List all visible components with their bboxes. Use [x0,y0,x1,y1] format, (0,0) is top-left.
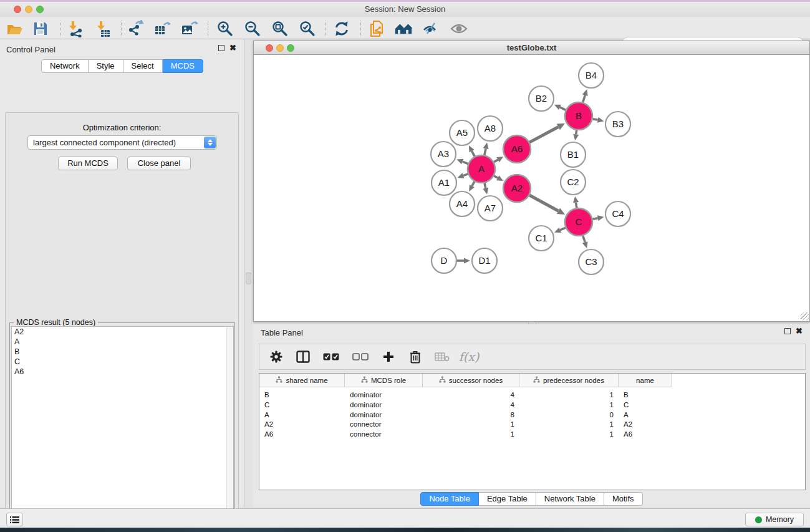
status-bar: Memory [0,508,810,528]
table-cell[interactable]: dominator [345,400,423,410]
export-image-icon[interactable] [180,19,199,38]
tab-select[interactable]: Select [123,59,163,73]
close-panel-button[interactable]: Close panel [127,157,191,170]
first-neighbors-icon[interactable] [394,19,413,38]
import-table-icon[interactable] [94,19,113,38]
table-cell[interactable]: A6 [259,429,345,439]
export-table-icon[interactable] [153,19,172,38]
close-panel-icon[interactable]: ✖ [229,45,236,51]
import-network-icon[interactable] [66,19,85,38]
tab-style[interactable]: Style [89,59,123,73]
table-cell[interactable]: 1 [423,419,519,429]
table-cell[interactable]: A [619,410,672,420]
zoom-in-icon[interactable] [216,19,234,38]
main-toolbar [0,17,810,39]
tab-motifs[interactable]: Motifs [604,492,643,506]
run-mcds-button[interactable]: Run MCDS [58,157,118,170]
table-cell[interactable]: dominator [345,410,423,420]
table-cell[interactable]: A2 [619,419,672,429]
memory-button[interactable]: Memory [745,513,804,526]
vertical-split-handle[interactable] [246,273,251,284]
open-session-icon[interactable] [5,19,24,38]
zoom-fit-icon[interactable] [271,19,289,38]
table-cell[interactable]: C [619,400,672,410]
node-label-B1: B1 [567,149,579,160]
arrowhead-icon [582,241,588,248]
edge-A6-B [529,127,558,142]
arrowhead-icon [483,142,489,149]
namespace-icon [439,376,446,384]
scrollbar-track[interactable] [226,327,233,532]
edge-A-A6 [494,160,498,162]
table-cell[interactable]: 1 [519,429,619,439]
node-label-A7: A7 [485,203,496,213]
table-cell[interactable]: 8 [423,410,519,420]
namespace-icon [361,376,368,384]
window-resize-grip[interactable] [801,312,809,321]
clone-network-icon[interactable] [368,19,387,38]
mcds-result-item[interactable]: A6 [12,367,233,377]
tab-node-table[interactable]: Node Table [420,492,479,506]
column-header-shared-name[interactable]: shared name [259,374,345,387]
float-table-panel-icon[interactable] [784,328,791,334]
node-label-D1: D1 [478,255,490,266]
edge-A-A2 [494,176,498,178]
mcds-result-item[interactable]: A [12,337,233,347]
delete-column-trash-icon[interactable] [407,349,423,364]
column-header-MCDS-role[interactable]: MCDS role [345,374,423,387]
refresh-icon[interactable] [332,19,351,38]
arrowhead-icon [597,215,604,221]
save-session-icon[interactable] [31,19,50,38]
hide-selected-eye-icon[interactable] [422,19,440,38]
network-window-titlebar[interactable]: testGlobe.txt [254,41,809,55]
table-cell[interactable]: connector [345,429,423,439]
edge-A2-C [529,195,558,211]
export-network-icon[interactable] [127,19,145,38]
column-header-predecessor-nodes[interactable]: predecessor nodes [519,374,619,387]
zoom-out-icon[interactable] [243,19,262,38]
float-panel-icon[interactable] [218,45,224,51]
table-cell[interactable]: 0 [519,410,619,420]
network-graph-canvas[interactable]: B4B2BB3A5A8A6A3B1AA1A2C2A4A7CC4C1C3DD1 [254,55,809,321]
zoom-selected-icon[interactable] [298,19,317,38]
table-cell[interactable]: B [619,390,672,400]
unselect-all-icon[interactable] [351,349,370,364]
table-cell[interactable]: A [259,410,345,420]
close-table-panel-icon[interactable]: ✖ [796,328,803,334]
table-cell[interactable]: 1 [519,390,619,400]
table-cell[interactable]: 1 [423,429,519,439]
mcds-result-item[interactable]: A2 [12,327,233,337]
table-cell[interactable]: 4 [423,400,519,410]
table-cell[interactable]: 4 [423,390,519,400]
table-cell[interactable]: B [259,390,345,400]
settings-gear-icon[interactable] [268,349,284,364]
column-header-name[interactable]: name [619,374,672,387]
table-cell[interactable]: C [259,400,345,410]
node-table[interactable]: shared nameMCDS rolesuccessor nodesprede… [259,373,806,490]
table-cell[interactable]: A2 [259,419,345,429]
add-column-icon[interactable] [380,349,397,364]
column-view-icon[interactable] [295,349,311,364]
tab-network-table[interactable]: Network Table [536,492,604,506]
node-label-A1: A1 [438,177,450,188]
show-all-eye-icon[interactable] [450,19,468,38]
select-all-icon[interactable] [322,349,340,364]
network-window-title: testGlobe.txt [254,43,809,52]
edge-A-A7 [485,183,486,188]
table-cell[interactable]: 1 [519,419,619,429]
edge-B-B4 [583,95,586,102]
table-cell[interactable]: dominator [345,390,423,400]
tab-network[interactable]: Network [41,59,89,73]
tab-edge-table[interactable]: Edge Table [479,492,536,506]
criterion-dropdown[interactable]: largest connected component (directed) [27,135,217,150]
tab-mcds[interactable]: MCDS [163,59,203,73]
mcds-result-item[interactable]: B [12,347,233,357]
mcds-result-item[interactable]: C [12,357,233,367]
task-history-button[interactable] [6,513,23,526]
table-cell[interactable]: 1 [519,400,619,410]
column-header-successor-nodes[interactable]: successor nodes [423,374,519,387]
node-label-C: C [576,216,582,227]
table-cell[interactable]: connector [345,419,423,429]
table-cell[interactable]: A6 [619,429,672,439]
mcds-result-list[interactable]: A2ABCA6 [11,326,234,532]
